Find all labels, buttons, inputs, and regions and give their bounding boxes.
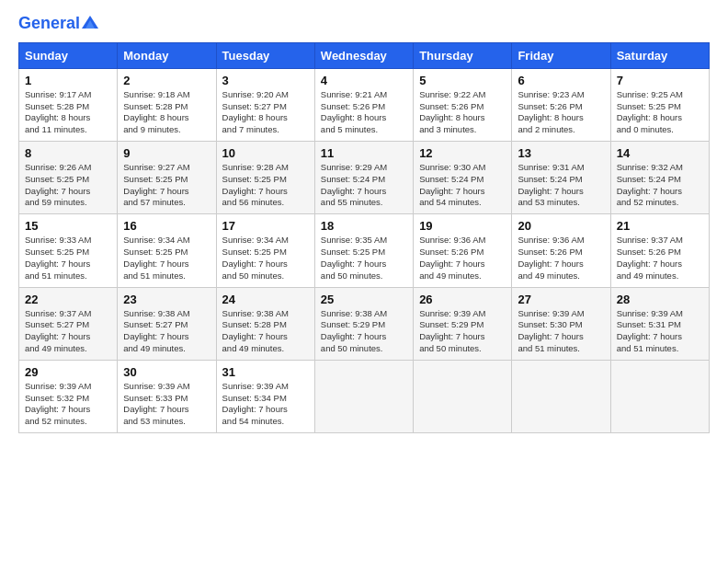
day-info: Sunrise: 9:20 AM Sunset: 5:27 PM Dayligh… xyxy=(222,89,309,136)
day-number: 9 xyxy=(123,146,210,160)
day-number: 30 xyxy=(123,365,210,379)
day-info: Sunrise: 9:28 AM Sunset: 5:25 PM Dayligh… xyxy=(222,162,309,209)
day-info: Sunrise: 9:32 AM Sunset: 5:24 PM Dayligh… xyxy=(617,162,703,209)
day-cell: 21Sunrise: 9:37 AM Sunset: 5:26 PM Dayli… xyxy=(610,214,709,287)
day-cell: 4Sunrise: 9:21 AM Sunset: 5:26 PM Daylig… xyxy=(314,68,413,141)
day-info: Sunrise: 9:36 AM Sunset: 5:26 PM Dayligh… xyxy=(419,235,506,282)
day-cell: 18Sunrise: 9:35 AM Sunset: 5:25 PM Dayli… xyxy=(314,214,413,287)
day-number: 29 xyxy=(25,365,111,379)
day-number: 7 xyxy=(617,74,703,87)
week-row-1: 1Sunrise: 9:17 AM Sunset: 5:28 PM Daylig… xyxy=(19,68,710,141)
day-cell: 1Sunrise: 9:17 AM Sunset: 5:28 PM Daylig… xyxy=(19,68,118,141)
weekday-wednesday: Wednesday xyxy=(314,42,413,68)
day-info: Sunrise: 9:39 AM Sunset: 5:31 PM Dayligh… xyxy=(617,308,703,355)
day-number: 15 xyxy=(25,219,111,233)
day-number: 17 xyxy=(222,219,309,233)
day-cell: 13Sunrise: 9:31 AM Sunset: 5:24 PM Dayli… xyxy=(512,142,610,214)
day-cell: 6Sunrise: 9:23 AM Sunset: 5:26 PM Daylig… xyxy=(512,68,610,141)
day-number: 11 xyxy=(321,146,407,160)
day-cell: 2Sunrise: 9:18 AM Sunset: 5:28 PM Daylig… xyxy=(118,68,216,141)
day-number: 3 xyxy=(222,74,309,87)
day-info: Sunrise: 9:39 AM Sunset: 5:34 PM Dayligh… xyxy=(222,381,309,428)
day-cell: 12Sunrise: 9:30 AM Sunset: 5:24 PM Dayli… xyxy=(414,142,512,214)
day-cell: 8Sunrise: 9:26 AM Sunset: 5:25 PM Daylig… xyxy=(19,142,118,214)
weekday-saturday: Saturday xyxy=(610,42,709,68)
week-row-4: 22Sunrise: 9:37 AM Sunset: 5:27 PM Dayli… xyxy=(19,287,710,360)
day-info: Sunrise: 9:26 AM Sunset: 5:25 PM Dayligh… xyxy=(25,162,111,209)
day-info: Sunrise: 9:34 AM Sunset: 5:25 PM Dayligh… xyxy=(123,235,210,282)
day-number: 4 xyxy=(321,74,407,87)
weekday-thursday: Thursday xyxy=(414,42,512,68)
day-info: Sunrise: 9:36 AM Sunset: 5:26 PM Dayligh… xyxy=(518,235,604,282)
day-number: 13 xyxy=(518,146,604,160)
day-number: 5 xyxy=(419,74,506,87)
day-cell: 31Sunrise: 9:39 AM Sunset: 5:34 PM Dayli… xyxy=(216,360,314,432)
day-cell: 7Sunrise: 9:25 AM Sunset: 5:25 PM Daylig… xyxy=(610,68,709,141)
day-number: 22 xyxy=(25,293,111,306)
day-number: 12 xyxy=(419,146,506,160)
day-cell: 29Sunrise: 9:39 AM Sunset: 5:32 PM Dayli… xyxy=(19,360,118,432)
day-info: Sunrise: 9:34 AM Sunset: 5:25 PM Dayligh… xyxy=(222,235,309,282)
day-cell: 10Sunrise: 9:28 AM Sunset: 5:25 PM Dayli… xyxy=(216,142,314,214)
day-cell: 3Sunrise: 9:20 AM Sunset: 5:27 PM Daylig… xyxy=(216,68,314,141)
day-number: 14 xyxy=(617,146,703,160)
day-cell: 22Sunrise: 9:37 AM Sunset: 5:27 PM Dayli… xyxy=(19,287,118,360)
day-info: Sunrise: 9:38 AM Sunset: 5:28 PM Dayligh… xyxy=(222,308,309,355)
day-cell: 30Sunrise: 9:39 AM Sunset: 5:33 PM Dayli… xyxy=(118,360,216,432)
day-info: Sunrise: 9:31 AM Sunset: 5:24 PM Dayligh… xyxy=(518,162,604,209)
logo-text: General xyxy=(18,15,80,33)
day-cell: 11Sunrise: 9:29 AM Sunset: 5:24 PM Dayli… xyxy=(314,142,413,214)
day-info: Sunrise: 9:35 AM Sunset: 5:25 PM Dayligh… xyxy=(321,235,407,282)
day-cell: 14Sunrise: 9:32 AM Sunset: 5:24 PM Dayli… xyxy=(610,142,709,214)
logo: General xyxy=(18,15,98,33)
day-info: Sunrise: 9:25 AM Sunset: 5:25 PM Dayligh… xyxy=(617,89,703,136)
day-cell xyxy=(414,360,512,432)
day-number: 21 xyxy=(617,219,703,233)
day-info: Sunrise: 9:38 AM Sunset: 5:27 PM Dayligh… xyxy=(123,308,210,355)
day-number: 18 xyxy=(321,219,407,233)
day-info: Sunrise: 9:29 AM Sunset: 5:24 PM Dayligh… xyxy=(321,162,407,209)
day-number: 2 xyxy=(123,74,210,87)
day-info: Sunrise: 9:38 AM Sunset: 5:29 PM Dayligh… xyxy=(321,308,407,355)
day-cell: 24Sunrise: 9:38 AM Sunset: 5:28 PM Dayli… xyxy=(216,287,314,360)
day-info: Sunrise: 9:23 AM Sunset: 5:26 PM Dayligh… xyxy=(518,89,604,136)
day-info: Sunrise: 9:39 AM Sunset: 5:32 PM Dayligh… xyxy=(25,381,111,428)
weekday-sunday: Sunday xyxy=(19,42,118,68)
weekday-header-row: SundayMondayTuesdayWednesdayThursdayFrid… xyxy=(19,42,710,68)
day-info: Sunrise: 9:39 AM Sunset: 5:33 PM Dayligh… xyxy=(123,381,210,428)
weekday-friday: Friday xyxy=(512,42,610,68)
day-number: 16 xyxy=(123,219,210,233)
day-cell xyxy=(314,360,413,432)
day-info: Sunrise: 9:27 AM Sunset: 5:25 PM Dayligh… xyxy=(123,162,210,209)
day-info: Sunrise: 9:18 AM Sunset: 5:28 PM Dayligh… xyxy=(123,89,210,136)
week-row-3: 15Sunrise: 9:33 AM Sunset: 5:25 PM Dayli… xyxy=(19,214,710,287)
weekday-tuesday: Tuesday xyxy=(216,42,314,68)
calendar-table: SundayMondayTuesdayWednesdayThursdayFrid… xyxy=(18,42,710,433)
day-info: Sunrise: 9:39 AM Sunset: 5:30 PM Dayligh… xyxy=(518,308,604,355)
day-number: 23 xyxy=(123,293,210,306)
day-number: 1 xyxy=(25,74,111,87)
page-container: General SundayMondayTuesdayWednesdayThur… xyxy=(0,0,728,442)
day-cell: 9Sunrise: 9:27 AM Sunset: 5:25 PM Daylig… xyxy=(118,142,216,214)
day-cell xyxy=(512,360,610,432)
day-number: 27 xyxy=(518,293,604,306)
day-cell: 20Sunrise: 9:36 AM Sunset: 5:26 PM Dayli… xyxy=(512,214,610,287)
day-info: Sunrise: 9:33 AM Sunset: 5:25 PM Dayligh… xyxy=(25,235,111,282)
day-number: 6 xyxy=(518,74,604,87)
day-cell: 23Sunrise: 9:38 AM Sunset: 5:27 PM Dayli… xyxy=(118,287,216,360)
weekday-monday: Monday xyxy=(118,42,216,68)
week-row-2: 8Sunrise: 9:26 AM Sunset: 5:25 PM Daylig… xyxy=(19,142,710,214)
day-cell: 26Sunrise: 9:39 AM Sunset: 5:29 PM Dayli… xyxy=(414,287,512,360)
day-info: Sunrise: 9:37 AM Sunset: 5:26 PM Dayligh… xyxy=(617,235,703,282)
day-cell: 17Sunrise: 9:34 AM Sunset: 5:25 PM Dayli… xyxy=(216,214,314,287)
day-info: Sunrise: 9:21 AM Sunset: 5:26 PM Dayligh… xyxy=(321,89,407,136)
day-number: 10 xyxy=(222,146,309,160)
day-info: Sunrise: 9:22 AM Sunset: 5:26 PM Dayligh… xyxy=(419,89,506,136)
day-info: Sunrise: 9:39 AM Sunset: 5:29 PM Dayligh… xyxy=(419,308,506,355)
logo-icon xyxy=(82,16,98,29)
day-cell: 15Sunrise: 9:33 AM Sunset: 5:25 PM Dayli… xyxy=(19,214,118,287)
day-number: 25 xyxy=(321,293,407,306)
day-cell: 5Sunrise: 9:22 AM Sunset: 5:26 PM Daylig… xyxy=(414,68,512,141)
day-number: 28 xyxy=(617,293,703,306)
day-cell: 25Sunrise: 9:38 AM Sunset: 5:29 PM Dayli… xyxy=(314,287,413,360)
